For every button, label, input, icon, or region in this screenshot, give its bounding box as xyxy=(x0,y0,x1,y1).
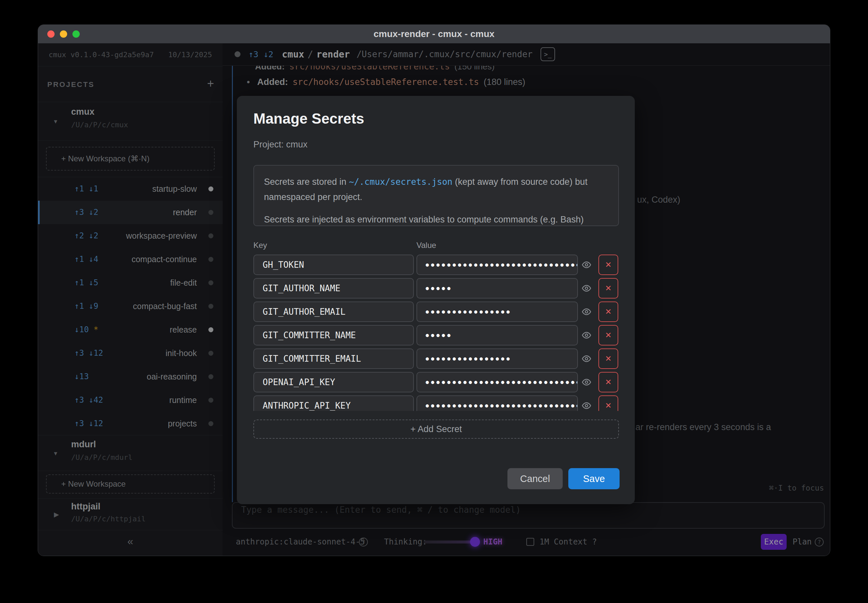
add-secret-button[interactable]: + Add Secret xyxy=(253,419,619,439)
manage-secrets-modal: Manage Secrets Project: cmux Secrets are… xyxy=(237,96,635,504)
window-title: cmux-render - cmux - cmux xyxy=(38,25,830,43)
secret-key-input[interactable]: GIT_AUTHOR_EMAIL xyxy=(253,302,414,322)
secret-value-input[interactable]: ●●●●● xyxy=(417,325,578,345)
save-button[interactable]: Save xyxy=(568,468,620,489)
secret-row-git-author-name: GIT_AUTHOR_NAME ●●●●● ✕ xyxy=(253,278,619,298)
secret-key-input[interactable]: GH_TOKEN xyxy=(253,255,414,275)
secret-value-input[interactable]: ●●●●●●●●●●●●●●●●●●●●●●●●●●●●●●●● xyxy=(417,255,578,275)
secret-value-input[interactable]: ●●●●●●●●●●●●●●●● xyxy=(417,348,578,369)
secret-key-input[interactable]: GIT_COMMITTER_EMAIL xyxy=(253,348,414,369)
modal-project-line: Project: cmux xyxy=(253,139,308,150)
secret-row-openai-api-key: OPENAI_API_KEY ●●●●●●●●●●●●●●●●●●●●●●●●●… xyxy=(253,372,619,393)
delete-secret-button[interactable]: ✕ xyxy=(598,348,618,369)
cancel-button[interactable]: Cancel xyxy=(507,468,563,489)
secret-row-git-committer-name: GIT_COMMITTER_NAME ●●●●● ✕ xyxy=(253,325,619,345)
secret-list: GH_TOKEN ●●●●●●●●●●●●●●●●●●●●●●●●●●●●●●●… xyxy=(253,255,619,411)
delete-secret-button[interactable]: ✕ xyxy=(598,372,618,393)
titlebar: cmux-render - cmux - cmux xyxy=(38,25,830,43)
show-value-eye-icon[interactable] xyxy=(581,283,591,293)
secret-value-input[interactable]: ●●●●●●●●●●●●●●●●●●●●●●●●●●●●●●●● xyxy=(417,395,578,411)
secret-key-input[interactable]: ANTHROPIC_API_KEY xyxy=(253,395,414,411)
secret-row-gh-token: GH_TOKEN ●●●●●●●●●●●●●●●●●●●●●●●●●●●●●●●… xyxy=(253,255,619,275)
secret-value-input[interactable]: ●●●●● xyxy=(417,278,578,298)
secret-value-input[interactable]: ●●●●●●●●●●●●●●●● xyxy=(417,302,578,322)
show-value-eye-icon[interactable] xyxy=(581,260,591,270)
delete-secret-button[interactable]: ✕ xyxy=(598,278,618,298)
secret-row-git-committer-email: GIT_COMMITTER_EMAIL ●●●●●●●●●●●●●●●● ✕ xyxy=(253,348,619,369)
show-value-eye-icon[interactable] xyxy=(581,377,591,387)
secret-row-anthropic-api-key: ANTHROPIC_API_KEY ●●●●●●●●●●●●●●●●●●●●●●… xyxy=(253,395,619,411)
app-window: cmux-render - cmux - cmux cmux v0.1.0-43… xyxy=(38,25,830,556)
secret-key-input[interactable]: GIT_COMMITTER_NAME xyxy=(253,325,414,345)
show-value-eye-icon[interactable] xyxy=(581,354,591,363)
delete-secret-button[interactable]: ✕ xyxy=(598,302,618,322)
info-paragraph-1: Secrets are stored in ~/.cmux/secrets.js… xyxy=(264,174,608,205)
modal-title: Manage Secrets xyxy=(253,110,364,127)
secret-value-input[interactable]: ●●●●●●●●●●●●●●●●●●●●●●●●●●●●●●●● xyxy=(417,372,578,393)
delete-secret-button[interactable]: ✕ xyxy=(598,395,618,411)
secrets-info-box: Secrets are stored in ~/.cmux/secrets.js… xyxy=(253,165,619,226)
delete-secret-button[interactable]: ✕ xyxy=(598,325,618,345)
show-value-eye-icon[interactable] xyxy=(581,307,591,317)
value-column-header: Value xyxy=(417,241,436,250)
secret-row-git-author-email: GIT_AUTHOR_EMAIL ●●●●●●●●●●●●●●●● ✕ xyxy=(253,302,619,322)
secret-key-input[interactable]: GIT_AUTHOR_NAME xyxy=(253,278,414,298)
show-value-eye-icon[interactable] xyxy=(581,400,591,411)
key-column-header: Key xyxy=(253,241,267,250)
secret-key-input[interactable]: OPENAI_API_KEY xyxy=(253,372,414,393)
delete-secret-button[interactable]: ✕ xyxy=(598,255,618,275)
show-value-eye-icon[interactable] xyxy=(581,330,591,340)
info-paragraph-2: Secrets are injected as environment vari… xyxy=(264,212,608,227)
secrets-path-link: ~/.cmux/secrets.json xyxy=(349,177,453,187)
